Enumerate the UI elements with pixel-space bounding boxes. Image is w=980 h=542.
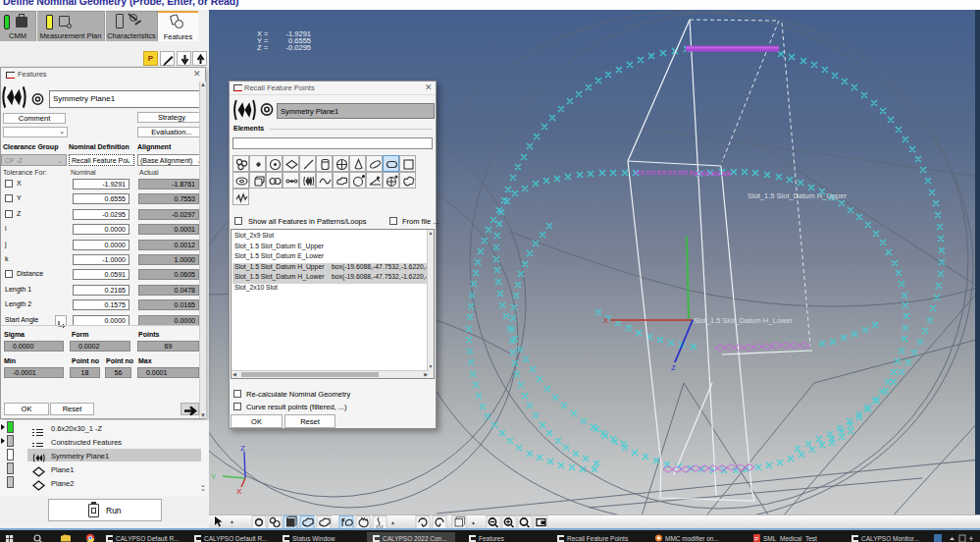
svg-text:MMC modifier on...: MMC modifier on... xyxy=(665,535,719,542)
svg-text:-0.0295: -0.0295 xyxy=(286,43,311,52)
svg-text:Z: Z xyxy=(671,363,676,372)
svg-text:Y: Y xyxy=(211,472,217,481)
svg-text:Z =: Z = xyxy=(257,43,269,52)
svg-text:Slot_1.5 Slot_Datum H_Lower: Slot_1.5 Slot_Datum H_Lower xyxy=(694,316,793,325)
svg-text:Features: Features xyxy=(479,535,504,542)
svg-text:SML_Medical_Test: SML_Medical_Test xyxy=(763,535,817,542)
svg-text:CALYPSO Default R...: CALYPSO Default R... xyxy=(204,535,268,542)
svg-text:P: P xyxy=(754,536,758,542)
svg-text:CALYPSO Monitor...: CALYPSO Monitor... xyxy=(861,535,919,542)
svg-text:Slot_1.5 Slot_Datum H_Upper: Slot_1.5 Slot_Datum H_Upper xyxy=(748,191,847,200)
svg-text:X: X xyxy=(603,316,609,325)
svg-text:X: X xyxy=(236,487,242,496)
svg-text:CALYPSO Default R...: CALYPSO Default R... xyxy=(116,535,180,542)
svg-text:Z: Z xyxy=(240,444,245,453)
svg-text:Recall Feature Points: Recall Feature Points xyxy=(567,535,629,542)
svg-text:Status Window: Status Window xyxy=(292,535,335,542)
svg-text:CALYPSO 2022 Con...: CALYPSO 2022 Con... xyxy=(383,535,447,542)
